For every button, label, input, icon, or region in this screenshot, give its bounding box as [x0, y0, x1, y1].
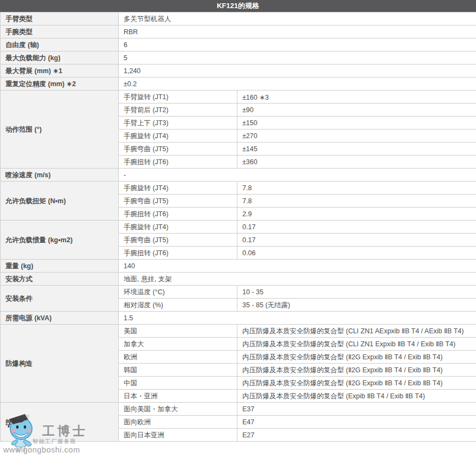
spec-value: 内压防爆及本质安全防爆的复合型 (Ⅱ2G Expxib ⅡB T4 / Exib…	[237, 351, 476, 364]
spec-subname: 韩国	[119, 364, 237, 377]
spec-subname: 手腕弯曲 (JT5)	[119, 195, 237, 208]
spec-value: -	[119, 169, 476, 182]
spec-value: ±90	[237, 104, 476, 117]
spec-value: 内压防爆及本质安全防爆的复合型 (CLI ZN1 AExpxib ⅡB T4 /…	[237, 325, 476, 338]
spec-value: 内压防爆及本质安全防爆的复合型 (CLI ZN1 Expxib ⅡB T4 / …	[237, 338, 476, 351]
spec-table: 手臂类型多关节型机器人手腕类型RBR自由度 (轴)6最大负载能力 (kg)5最大…	[0, 12, 476, 442]
spec-value: 35 - 85 (无结露)	[237, 299, 476, 312]
spec-value: ±150	[237, 117, 476, 130]
spec-subname: 日本・亚洲	[119, 390, 237, 403]
watermark-url: www.gongboshi.com	[3, 445, 80, 454]
table-row: 允许负载惯量 (kg•m2)手腕旋转 (JT4)0.17	[1, 221, 476, 234]
spec-value: ±360	[237, 156, 476, 169]
spec-subname: 面向美国・加拿大	[119, 403, 237, 416]
spec-value: 7.8	[237, 182, 476, 195]
spec-value: E47	[237, 416, 476, 429]
spec-value: E27	[237, 429, 476, 442]
table-row: 最大臂展 (mm) ∗11,240	[1, 64, 476, 77]
spec-label: 喷涂速度 (m/s)	[1, 169, 119, 182]
spec-value: 1.5	[119, 312, 476, 325]
spec-subname: 美国	[119, 325, 237, 338]
spec-label: 安装方式	[1, 273, 119, 286]
spec-value: 140	[119, 260, 476, 273]
spec-subname: 中国	[119, 377, 237, 390]
spec-subname: 面向欧洲	[119, 416, 237, 429]
spec-subname: 加拿大	[119, 338, 237, 351]
table-row: 动作范围 (°)手臂旋转 (JT1)±160 ∗3	[1, 90, 476, 104]
spec-label: 防爆构造	[1, 325, 119, 403]
spec-value: 6	[119, 38, 476, 51]
page-title: KF121的规格	[0, 0, 476, 12]
spec-value: 内压防爆及本质安全防爆的复合型 (Ⅱ2G Expxib ⅡB T4 / Exib…	[237, 377, 476, 390]
table-row: 自由度 (轴)6	[1, 38, 476, 51]
spec-subname: 手臂上下 (JT3)	[119, 117, 237, 130]
spec-subname: 欧洲	[119, 351, 237, 364]
spec-subname: 手腕旋转 (JT4)	[119, 182, 237, 195]
spec-value: ±160 ∗3	[237, 90, 476, 104]
spec-subname: 手腕旋转 (JT4)	[119, 221, 237, 234]
spec-subname: 手腕扭转 (JT6)	[119, 208, 237, 221]
spec-value: 地面, 悬挂, 支架	[119, 273, 476, 286]
table-row: 重复定位精度 (mm) ∗2±0.2	[1, 77, 476, 90]
spec-subname: 手腕扭转 (JT6)	[119, 156, 237, 169]
table-row: 安装条件环境温度 (°C)10 - 35	[1, 286, 476, 299]
spec-value: 10 - 35	[237, 286, 476, 299]
spec-subname: 手腕旋转 (JT4)	[119, 130, 237, 143]
spec-value: 多关节型机器人	[119, 12, 476, 25]
table-row: 控制柜面向美国・加拿大E37	[1, 403, 476, 416]
table-row: 喷涂速度 (m/s)-	[1, 169, 476, 182]
spec-value: 7.8	[237, 195, 476, 208]
spec-value: 5	[119, 51, 476, 64]
spec-value: ±0.2	[119, 77, 476, 90]
spec-value: RBR	[119, 25, 476, 38]
spec-value: 内压防爆及本质安全防爆的复合型 (Expib ⅡB T4 / Exib ⅡB T…	[237, 390, 476, 403]
spec-value: 0.06	[237, 247, 476, 260]
spec-value: 0.17	[237, 221, 476, 234]
spec-table-body: 手臂类型多关节型机器人手腕类型RBR自由度 (轴)6最大负载能力 (kg)5最大…	[1, 12, 476, 442]
spec-value: ±145	[237, 143, 476, 156]
spec-label: 重量 (kg)	[1, 260, 119, 273]
spec-value: 0.17	[237, 234, 476, 247]
spec-label: 最大臂展 (mm) ∗1	[1, 64, 119, 77]
spec-label: 重复定位精度 (mm) ∗2	[1, 77, 119, 90]
spec-subname: 面向日本亚洲	[119, 429, 237, 442]
spec-value: E37	[237, 403, 476, 416]
spec-subname: 手臂旋转 (JT1)	[119, 90, 237, 104]
table-row: 允许负载扭矩 (N•m)手腕旋转 (JT4)7.8	[1, 182, 476, 195]
spec-label: 安装条件	[1, 286, 119, 312]
spec-label: 允许负载扭矩 (N•m)	[1, 182, 119, 221]
spec-label: 手腕类型	[1, 25, 119, 38]
spec-subname: 相对湿度 (%)	[119, 299, 237, 312]
spec-label: 最大负载能力 (kg)	[1, 51, 119, 64]
spec-subname: 手腕扭转 (JT6)	[119, 247, 237, 260]
spec-subname: 手腕弯曲 (JT5)	[119, 143, 237, 156]
table-row: 手臂类型多关节型机器人	[1, 12, 476, 25]
spec-value: 内压防爆及本质安全防爆的复合型 (Ⅱ2G Expxib ⅡB T4 / Exib…	[237, 364, 476, 377]
spec-subname: 手臂前后 (JT2)	[119, 104, 237, 117]
spec-label: 允许负载惯量 (kg•m2)	[1, 221, 119, 260]
spec-label: 动作范围 (°)	[1, 90, 119, 169]
table-row: 最大负载能力 (kg)5	[1, 51, 476, 64]
spec-label: 自由度 (轴)	[1, 38, 119, 51]
table-row: 防爆构造美国内压防爆及本质安全防爆的复合型 (CLI ZN1 AExpxib Ⅱ…	[1, 325, 476, 338]
table-row: 安装方式地面, 悬挂, 支架	[1, 273, 476, 286]
spec-label: 所需电源 (kVA)	[1, 312, 119, 325]
table-row: 手腕类型RBR	[1, 25, 476, 38]
table-row: 重量 (kg)140	[1, 260, 476, 273]
spec-subname: 环境温度 (°C)	[119, 286, 237, 299]
spec-subname: 手腕弯曲 (JT5)	[119, 234, 237, 247]
table-row: 所需电源 (kVA)1.5	[1, 312, 476, 325]
spec-label: 控制柜	[1, 403, 119, 442]
spec-label: 手臂类型	[1, 12, 119, 25]
spec-page: KF121的规格 手臂类型多关节型机器人手腕类型RBR自由度 (轴)6最大负载能…	[0, 0, 476, 459]
spec-value: 2.9	[237, 208, 476, 221]
spec-value: ±270	[237, 130, 476, 143]
spec-value: 1,240	[119, 64, 476, 77]
